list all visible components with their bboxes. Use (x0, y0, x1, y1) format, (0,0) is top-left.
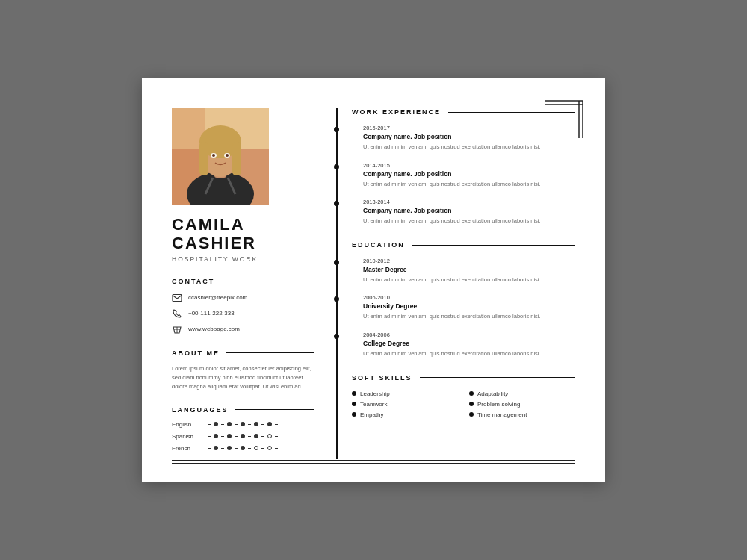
edu-year-3: 2004-2006 (363, 332, 575, 338)
skill-label: Empathy (360, 411, 384, 418)
resume-page: CAMILA CASHIER HOSPITALITY WORK CONTACT … (142, 78, 605, 481)
work-label: WORK EXPERIENCE (352, 108, 441, 116)
edu-desc-2: Ut enim ad minim veniam, quis nostrud ex… (363, 312, 575, 320)
work-title-1: Company name. Job position (363, 133, 575, 140)
left-column: CAMILA CASHIER HOSPITALITY WORK CONTACT … (172, 108, 314, 458)
education-header: EDUCATION (352, 241, 575, 249)
skill-time-management: Time management (469, 411, 575, 418)
bottom-decoration (172, 460, 575, 467)
skill-dot (469, 391, 474, 396)
email-text: ccashier@freepik.com (188, 294, 247, 301)
edu-year-1: 2010-2012 (363, 258, 575, 264)
phone-icon (172, 308, 182, 319)
edu-desc-1: Ut enim ad minim veniam, quis nostrud ex… (363, 276, 575, 284)
language-english-name: English (172, 421, 203, 428)
contact-header: CONTACT (172, 278, 314, 285)
edu-title-3: College Degree (363, 340, 575, 347)
edu-title-2: University Degree (363, 302, 575, 310)
timeline-dot-1 (334, 127, 339, 132)
work-item-1: 2015-2017 Company name. Job position Ut … (352, 125, 575, 151)
language-french-name: French (172, 445, 203, 452)
work-desc-3: Ut enim ad minim veniam, quis nostrud ex… (363, 217, 575, 225)
skill-label: Leadership (360, 391, 390, 397)
edu-dot-2 (334, 296, 339, 302)
job-title: HOSPITALITY WORK (172, 255, 314, 263)
edu-desc-3: Ut enim ad minim veniam, quis nostrud ex… (363, 349, 575, 358)
language-spanish: Spanish (172, 433, 314, 440)
about-header: ABOUT ME (172, 349, 314, 357)
bottom-line-1 (172, 460, 575, 461)
languages-header: LANGUAGES (172, 406, 314, 414)
about-header-line (226, 352, 314, 353)
about-text: Lorem ipsum dolor sit amet, consectetuer… (172, 364, 314, 391)
language-english: English (172, 421, 314, 428)
contact-website-item: www.webpage.com (172, 324, 314, 335)
language-french: French (172, 445, 314, 452)
skill-dot (352, 402, 356, 406)
work-experience-section: WORK EXPERIENCE 2015-2017 Company name. … (352, 108, 575, 225)
svg-point-11 (212, 154, 215, 157)
skill-empathy: Empathy (352, 411, 458, 418)
skill-dot (352, 391, 356, 396)
svg-rect-7 (199, 142, 208, 175)
work-desc-1: Ut enim ad minim veniam, quis nostrud ex… (363, 143, 575, 151)
edu-dot-3 (334, 334, 339, 339)
soft-skills-label: SOFT SKILLS (352, 374, 412, 382)
last-name: CASHIER (172, 234, 314, 252)
work-year-1: 2015-2017 (363, 125, 575, 131)
contact-section: CONTACT ccashier@freepik.com +00-111-222… (172, 278, 314, 335)
edu-title-1: Master Degree (363, 266, 575, 273)
skill-leadership: Leadership (352, 391, 458, 397)
profile-photo (172, 108, 269, 205)
edu-dot-1 (334, 260, 339, 265)
edu-item-2: 2006-2010 University Degree Ut enim ad m… (352, 294, 575, 320)
skill-teamwork: Teamwork (352, 401, 458, 408)
svg-point-12 (226, 154, 229, 157)
work-item-2: 2014-2015 Company name. Job position Ut … (352, 162, 575, 188)
svg-rect-15 (173, 294, 182, 301)
skill-dot (352, 412, 356, 417)
work-desc-2: Ut enim ad minim veniam, quis nostrud ex… (363, 180, 575, 188)
phone-text: +00-111-222-333 (188, 310, 235, 317)
about-label: ABOUT ME (172, 349, 220, 357)
contact-phone-item: +00-111-222-333 (172, 308, 314, 319)
contact-email-item: ccashier@freepik.com (172, 293, 314, 303)
skill-problem-solving: Problem-solving (469, 401, 575, 408)
work-year-2: 2014-2015 (363, 162, 575, 169)
first-name: CAMILA (172, 216, 314, 234)
svg-rect-8 (232, 142, 241, 175)
right-column: WORK EXPERIENCE 2015-2017 Company name. … (336, 108, 575, 458)
edu-item-3: 2004-2006 College Degree Ut enim ad mini… (352, 332, 575, 358)
language-spanish-dots (208, 434, 278, 438)
edu-item-1: 2010-2012 Master Degree Ut enim ad minim… (352, 258, 575, 284)
soft-skills-grid: Leadership Adaptability Teamwork Problem… (352, 391, 575, 418)
skill-label: Problem-solving (477, 401, 520, 408)
contact-header-line (220, 281, 314, 281)
skill-label: Time management (477, 411, 527, 418)
education-section: EDUCATION 2010-2012 Master Degree Ut eni… (352, 241, 575, 358)
timeline-dot-3 (334, 201, 339, 206)
skill-dot (469, 402, 474, 406)
about-section: ABOUT ME Lorem ipsum dolor sit amet, con… (172, 349, 314, 391)
timeline-dot-2 (334, 164, 339, 169)
work-header: WORK EXPERIENCE (352, 108, 575, 116)
work-item-3: 2013-2014 Company name. Job position Ut … (352, 199, 575, 225)
work-title-3: Company name. Job position (363, 207, 575, 214)
soft-skills-header-line (420, 377, 576, 378)
name-section: CAMILA CASHIER HOSPITALITY WORK (172, 216, 314, 262)
education-header-line (412, 245, 575, 246)
edu-year-2: 2006-2010 (363, 294, 575, 301)
languages-section: LANGUAGES English (172, 406, 314, 452)
languages-header-line (235, 409, 314, 410)
language-english-dots (208, 422, 278, 426)
bottom-line-2 (172, 463, 575, 464)
work-year-3: 2013-2014 (363, 199, 575, 205)
languages-label: LANGUAGES (172, 406, 229, 414)
skill-label: Teamwork (360, 401, 387, 408)
website-text: www.webpage.com (188, 326, 240, 332)
soft-skills-header: SOFT SKILLS (352, 374, 575, 382)
email-icon (172, 293, 182, 303)
work-title-2: Company name. Job position (363, 170, 575, 178)
skill-adaptability: Adaptability (469, 391, 575, 397)
skill-dot (469, 412, 474, 417)
